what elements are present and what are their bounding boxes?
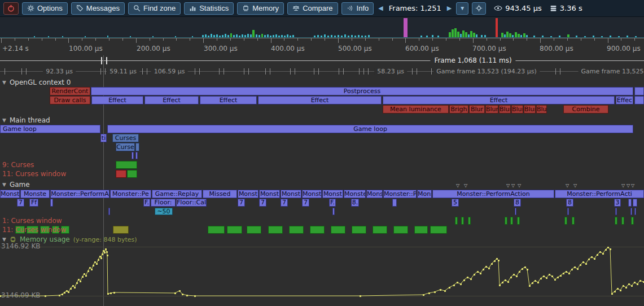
lock-bar[interactable] xyxy=(615,217,617,225)
zone-8[interactable]: 8. xyxy=(351,199,359,207)
lock-bar[interactable] xyxy=(127,170,137,178)
collapse-triangle-icon[interactable]: ▼ xyxy=(2,78,6,86)
zone-monste[interactable]: Monste xyxy=(20,190,50,198)
zone[interactable] xyxy=(630,208,632,215)
zone[interactable] xyxy=(615,208,617,215)
zone-effect[interactable]: Effect xyxy=(383,96,615,104)
next-frame-button[interactable]: ▶ xyxy=(446,5,453,12)
lock-bar[interactable] xyxy=(455,217,458,225)
zone-effect[interactable]: Effect xyxy=(200,96,257,104)
lock-bar[interactable] xyxy=(414,226,428,234)
info-button[interactable]: Info xyxy=(341,2,374,15)
lock-bar[interactable] xyxy=(621,217,624,225)
zone-monster-performaction[interactable]: Monster::PerformAction xyxy=(432,190,554,198)
message-marker-icon[interactable]: ▽ xyxy=(506,183,510,188)
zone[interactable] xyxy=(567,208,569,215)
zone-7[interactable]: 7 xyxy=(302,199,309,207)
lock-bar[interactable] xyxy=(631,217,634,225)
lock-bar[interactable] xyxy=(268,226,283,234)
message-marker-icon[interactable]: ▽ xyxy=(627,183,630,188)
zone-f[interactable]: F. xyxy=(329,199,336,207)
zone-blur[interactable]: Blur xyxy=(499,105,511,113)
frame-separator-label[interactable]: 58.23 µs xyxy=(374,68,407,75)
statistics-button[interactable]: Statistics xyxy=(184,2,234,15)
message-marker-icon[interactable]: ▽ xyxy=(518,183,521,188)
section-header-opengl-context-0[interactable]: ▼OpenGL context 0 xyxy=(2,78,71,86)
zone-monster-pe[interactable]: Monster::Pe xyxy=(383,190,417,198)
zone-mean-luminance[interactable]: Mean luminance xyxy=(383,105,449,113)
zone[interactable] xyxy=(135,143,139,151)
zone-monst[interactable]: Monst xyxy=(281,190,301,198)
zone-monst[interactable]: Monst xyxy=(322,190,343,198)
zone-effect[interactable]: Effect xyxy=(91,96,143,104)
section-header-game[interactable]: ▼Game xyxy=(2,181,30,189)
zone-monst[interactable]: Monst xyxy=(302,190,322,198)
memory-button[interactable]: Memory xyxy=(237,2,284,15)
zone-monst[interactable]: Monst xyxy=(238,190,259,198)
message-marker-icon[interactable]: ▽ xyxy=(621,183,625,188)
messages-button[interactable]: Messages xyxy=(71,2,125,15)
zone-mons[interactable]: Mons xyxy=(366,190,383,198)
lock-bar[interactable] xyxy=(113,226,129,234)
zone[interactable] xyxy=(392,199,397,207)
zone-7[interactable]: 7 xyxy=(17,199,24,207)
lock-bar[interactable] xyxy=(116,170,126,178)
zone-3[interactable]: 3 xyxy=(614,199,621,207)
zone-draw-calls[interactable]: Draw calls xyxy=(50,96,90,104)
frame-dropdown-button[interactable]: ▼ xyxy=(456,2,468,15)
zone-monster-performacti[interactable]: Monster::PerformActi xyxy=(555,190,644,198)
lock-bar[interactable] xyxy=(393,226,408,234)
frame-separator-label[interactable]: 106.59 µs xyxy=(151,68,188,75)
zone-game-replay[interactable]: Game::Replay xyxy=(152,190,202,198)
zone-monst[interactable]: Monst xyxy=(259,190,280,198)
zone[interactable] xyxy=(332,208,335,215)
zone-ff[interactable]: Ff xyxy=(29,199,38,207)
message-marker-icon[interactable]: ▽ xyxy=(573,183,577,188)
message-marker-icon[interactable]: ▽ xyxy=(464,183,467,188)
zone[interactable] xyxy=(108,208,110,215)
lock-bar[interactable] xyxy=(572,217,575,225)
message-marker-icon[interactable]: ▽ xyxy=(511,183,515,188)
zone-blur[interactable]: Blur xyxy=(511,105,523,113)
lock-bar[interactable] xyxy=(352,226,366,234)
lock-bar[interactable] xyxy=(510,217,513,225)
collapse-triangle-icon[interactable]: ▼ xyxy=(2,181,6,189)
lock-bar[interactable] xyxy=(564,217,567,225)
zone-50[interactable]: ~50 xyxy=(155,208,173,215)
zone-blur[interactable]: Blur xyxy=(469,105,485,113)
zone-monste[interactable]: Monste xyxy=(344,190,366,198)
lock-label-9-curses[interactable]: 9: Curses xyxy=(2,161,34,169)
zone-missed[interactable]: Missed xyxy=(203,190,237,198)
lock-bar[interactable] xyxy=(227,226,242,234)
power-button[interactable] xyxy=(3,2,19,15)
zone[interactable] xyxy=(132,152,134,159)
lock-bar[interactable] xyxy=(289,226,304,234)
zone-curses[interactable]: Curses xyxy=(112,134,139,142)
zone-8[interactable]: 8 xyxy=(514,199,521,207)
memory-usage-plot[interactable] xyxy=(0,244,644,300)
zone-7[interactable]: 7 xyxy=(238,199,245,207)
lock-label-11-curses-window[interactable]: 11: Curses window xyxy=(2,170,66,178)
goto-frame-button[interactable] xyxy=(472,2,486,15)
zone-8[interactable]: 8 xyxy=(566,199,573,207)
zone[interactable] xyxy=(633,199,637,207)
zone-blur[interactable]: Blur xyxy=(485,105,498,113)
lock-label-1-curses-window[interactable]: 1: Curses window xyxy=(2,217,62,225)
collapse-triangle-icon[interactable]: ▼ xyxy=(2,116,6,124)
lock-bar[interactable] xyxy=(373,226,387,234)
lock-bar[interactable] xyxy=(430,226,447,234)
find-zone-button[interactable]: Find zone xyxy=(128,2,181,15)
zone[interactable] xyxy=(634,87,644,95)
zone-effec[interactable]: Effec xyxy=(616,96,633,104)
zone-rendercont[interactable]: RenderCont xyxy=(50,87,90,95)
lock-bar[interactable] xyxy=(208,226,225,234)
frame-histogram[interactable] xyxy=(0,17,644,38)
collapse-triangle-icon[interactable]: ▼ xyxy=(2,237,6,242)
zone-game-loop[interactable]: Game loop xyxy=(0,125,100,133)
frame-separator-label[interactable]: 59.11 µs xyxy=(107,68,139,75)
message-marker-icon[interactable]: ▽ xyxy=(456,183,459,188)
prev-frame-button[interactable]: ◀ xyxy=(377,5,384,12)
zone-floor-calc[interactable]: Floor::Calc xyxy=(176,199,207,207)
zone[interactable] xyxy=(515,208,516,215)
zone-f[interactable]: F. xyxy=(143,199,150,207)
